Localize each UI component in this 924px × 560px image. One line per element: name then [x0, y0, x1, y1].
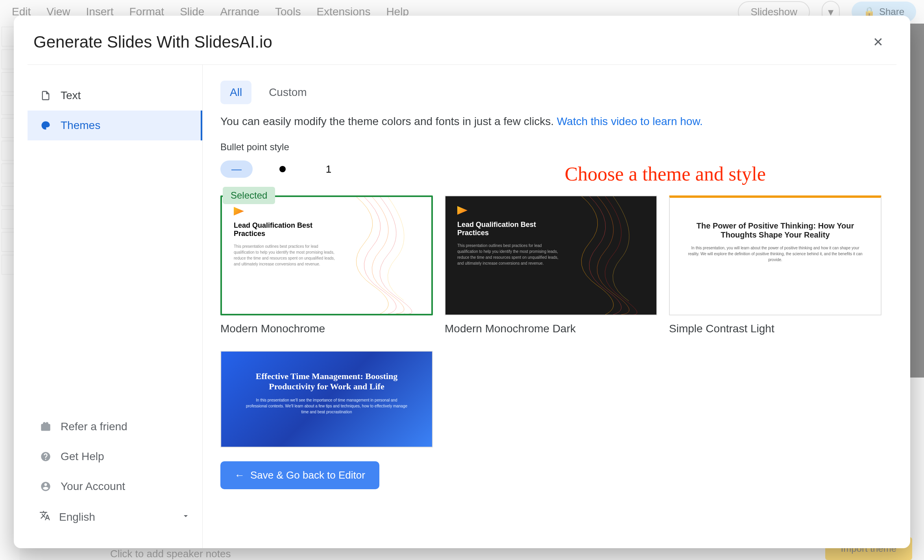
dot-icon [279, 166, 286, 172]
theme-card-blue-gradient[interactable]: Effective Time Management: Boosting Prod… [220, 351, 433, 448]
palette-icon [39, 119, 52, 132]
sidebar-label: Refer a friend [61, 420, 128, 433]
sidebar-label: Get Help [61, 450, 104, 463]
gift-icon [39, 420, 52, 433]
theme-thumbnail: Lead Qualification Best Practices This p… [220, 195, 433, 315]
bullet-opt-dash[interactable]: — [220, 160, 253, 178]
modal-header: Generate Slides With SlidesAI.io ✕ [28, 16, 896, 65]
save-go-back-button[interactable]: ← Save & Go back to Editor [220, 461, 379, 489]
thumb-desc: In this presentation we'll see the impor… [245, 397, 408, 415]
thumb-title: Lead Qualification Best Practices [457, 221, 560, 237]
thumb-desc: In this presentation, you will learn abo… [686, 245, 865, 263]
sidebar-item-text[interactable]: Text [28, 81, 202, 111]
modal-title: Generate Slides With SlidesAI.io [33, 33, 272, 52]
document-icon [39, 89, 52, 102]
thumb-title: Lead Qualification Best Practices [234, 221, 336, 238]
theme-name: Simple Contrast Light [669, 322, 881, 335]
wave-decoration [337, 197, 433, 314]
generate-slides-modal: Generate Slides With SlidesAI.io ✕ Text … [14, 16, 910, 548]
theme-name: Modern Monochrome [220, 322, 433, 335]
main-content: All Custom You can easily modify the the… [203, 65, 910, 548]
play-icon [234, 207, 244, 216]
theme-tabs: All Custom [220, 81, 893, 104]
help-icon [39, 450, 52, 463]
theme-card-modern-monochrome[interactable]: Selected Lead Qualification Best Practic… [220, 195, 433, 335]
annotation-text: Choose a theme and style [565, 162, 766, 185]
tab-all[interactable]: All [220, 81, 251, 104]
bullet-opt-number[interactable]: 1 [312, 160, 345, 178]
language-selector[interactable]: English [28, 501, 202, 532]
arrow-left-icon: ← [235, 469, 245, 481]
sidebar-item-account[interactable]: Your Account [28, 472, 202, 501]
sidebar-label: Your Account [61, 480, 125, 493]
sidebar-item-themes[interactable]: Themes [28, 111, 202, 140]
theme-card-simple-contrast-light[interactable]: The Power of Positive Thinking: How Your… [669, 195, 881, 335]
thumb-desc: This presentation outlines best practice… [234, 243, 336, 267]
bullet-style-label: Bullet point style [220, 142, 893, 153]
sidebar-label: Text [61, 89, 81, 102]
play-icon [457, 206, 468, 215]
theme-thumbnail: The Power of Positive Thinking: How Your… [669, 195, 881, 315]
helper-text-body: You can easily modify the theme colors a… [220, 115, 557, 127]
thumb-title: Effective Time Management: Boosting Prod… [245, 371, 408, 392]
save-button-label: Save & Go back to Editor [250, 469, 365, 481]
helper-text: You can easily modify the theme colors a… [220, 115, 893, 128]
sidebar-item-help[interactable]: Get Help [28, 442, 202, 472]
theme-thumbnail: Effective Time Management: Boosting Prod… [220, 351, 433, 448]
bullet-style-options: — 1 [220, 160, 893, 178]
account-icon [39, 480, 52, 493]
chevron-down-icon [181, 511, 190, 523]
language-label: English [59, 511, 95, 523]
sidebar-label: Themes [61, 119, 100, 132]
translate-icon [39, 510, 50, 524]
theme-card-modern-monochrome-dark[interactable]: Lead Qualification Best Practices This p… [445, 195, 657, 335]
sidebar: Text Themes Refer a friend [28, 65, 203, 548]
wave-decoration [562, 196, 657, 315]
sidebar-item-refer[interactable]: Refer a friend [28, 412, 202, 442]
bg-speaker-notes: Click to add speaker notes [110, 548, 231, 560]
tab-custom[interactable]: Custom [259, 81, 316, 104]
selected-badge: Selected [223, 187, 275, 204]
thumb-desc: This presentation outlines best practice… [457, 243, 560, 266]
theme-name: Modern Monochrome Dark [445, 322, 657, 335]
thumb-title: The Power of Positive Thinking: How Your… [686, 221, 865, 239]
bullet-opt-dot[interactable] [266, 160, 299, 178]
close-button[interactable]: ✕ [870, 31, 887, 53]
theme-grid: Selected Lead Qualification Best Practic… [220, 195, 893, 448]
theme-thumbnail: Lead Qualification Best Practices This p… [445, 195, 657, 315]
helper-link[interactable]: Watch this video to learn how. [557, 115, 703, 127]
